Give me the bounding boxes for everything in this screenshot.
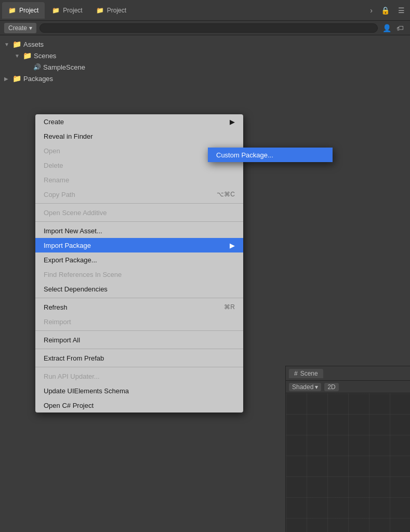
scene-tab-bar: # Scene [286, 366, 410, 381]
copy-path-shortcut: ⌥⌘C [217, 191, 235, 198]
folder-icon-3: 📁 [96, 7, 104, 14]
submenu-item-custom-package-label: Custom Package... [216, 151, 273, 159]
menu-item-create-label: Create [44, 118, 64, 126]
menu-item-import-package-arrow: ▶ [230, 242, 235, 249]
menu-item-run-api-updater: Run API Updater... [35, 369, 243, 383]
menu-item-copy-path-label: Copy Path [44, 191, 75, 198]
scene-toolbar: Shaded ▾ 2D [286, 381, 410, 393]
sample-scene-label: SampleScene [43, 63, 85, 71]
separator-4 [35, 330, 243, 331]
menu-item-reimport-all-label: Reimport All [44, 336, 80, 344]
tab-project-2[interactable]: 📁 Project [46, 2, 88, 19]
menu-item-select-dependencies-label: Select Dependencies [44, 285, 108, 293]
menu-icon[interactable]: ☰ [395, 5, 408, 16]
submenu-item-custom-package[interactable]: Custom Package... [208, 148, 333, 162]
menu-item-rename-label: Rename [44, 176, 69, 184]
separator-5 [35, 349, 243, 349]
menu-item-copy-path: Copy Path ⌥⌘C [35, 187, 243, 202]
menu-item-open-scene-additive: Open Scene Additive [35, 205, 243, 220]
menu-item-export-package-label: Export Package... [44, 256, 97, 264]
menu-item-extract-from-prefab[interactable]: Extract From Prefab [35, 351, 243, 365]
menu-item-update-ui-elements-label: Update UIElements Schema [44, 387, 129, 395]
menu-item-find-references: Find References In Scene [35, 267, 243, 282]
tree-item-scenes[interactable]: ▼ 📁 Scenes [0, 50, 410, 61]
twod-label: 2D [327, 383, 335, 391]
scene-viewport [286, 393, 410, 532]
folder-icon-packages: 📁 [12, 74, 21, 83]
scene-icon: 🔊 [33, 63, 41, 71]
refresh-shortcut: ⌘R [224, 303, 235, 311]
scene-panel: # Scene Shaded ▾ 2D [285, 366, 410, 532]
tab-project-1[interactable]: 📁 Project [2, 2, 45, 19]
tab-label-1: Project [19, 7, 38, 14]
menu-item-extract-from-prefab-label: Extract From Prefab [44, 354, 104, 362]
menu-item-create-arrow: ▶ [230, 118, 235, 126]
menu-item-reveal-label: Reveal in Finder [44, 132, 93, 140]
separator-2 [35, 221, 243, 222]
tab-bar: 📁 Project 📁 Project 📁 Project › 🔒 ☰ [0, 0, 410, 21]
tree-item-packages[interactable]: ▶ 📁 Packages [0, 73, 410, 84]
scene-tab-label: Scene [300, 370, 318, 377]
menu-item-delete-label: Delete [44, 162, 63, 169]
menu-item-select-dependencies[interactable]: Select Dependencies [35, 282, 243, 296]
menu-item-open-scene-label: Open Scene Additive [44, 209, 107, 217]
menu-item-reimport-label: Reimport [44, 318, 71, 326]
menu-item-update-ui-elements[interactable]: Update UIElements Schema [35, 383, 243, 398]
tree-item-assets[interactable]: ▼ 📁 Assets [0, 38, 410, 50]
menu-item-find-references-label: Find References In Scene [44, 271, 122, 278]
menu-item-reimport: Reimport [35, 314, 243, 329]
menu-item-refresh[interactable]: Refresh ⌘R [35, 300, 243, 314]
folder-icon-2: 📁 [52, 7, 60, 14]
search-input[interactable] [39, 23, 378, 33]
create-label: Create [8, 24, 27, 32]
lock-icon[interactable]: 🔒 [378, 5, 393, 16]
menu-item-reimport-all[interactable]: Reimport All [35, 332, 243, 347]
tab-project-3[interactable]: 📁 Project [90, 2, 133, 19]
menu-item-import-package[interactable]: Import Package ▶ [35, 238, 243, 252]
menu-item-create[interactable]: Create ▶ [35, 114, 243, 129]
menu-item-run-api-updater-label: Run API Updater... [44, 373, 100, 380]
tag-icon[interactable]: 🏷 [394, 22, 406, 34]
menu-item-import-package-label: Import Package [44, 242, 91, 249]
tab-overflow-button[interactable]: › [367, 5, 376, 16]
tab-label-2: Project [63, 7, 82, 14]
file-tree: ▼ 📁 Assets ▼ 📁 Scenes 🔊 SampleScene ▶ 📁 … [0, 35, 410, 87]
assets-label: Assets [23, 41, 44, 48]
arrow-icon-scenes: ▼ [15, 53, 21, 59]
project-toolbar: Create ▾ 👤 🏷 [0, 21, 410, 35]
menu-item-rename: Rename [35, 172, 243, 187]
arrow-icon-packages: ▶ [4, 76, 10, 82]
separator-1 [35, 203, 243, 204]
folder-icon-assets: 📁 [12, 40, 21, 48]
scene-tab-icon: # [294, 370, 298, 377]
packages-label: Packages [23, 75, 53, 83]
tab-more: › 🔒 ☰ [367, 5, 408, 16]
twod-button[interactable]: 2D [324, 383, 338, 391]
shaded-arrow-icon: ▾ [315, 383, 318, 391]
create-arrow-icon: ▾ [29, 24, 32, 32]
menu-item-refresh-label: Refresh [44, 303, 68, 311]
shaded-label: Shaded [292, 383, 313, 391]
menu-item-reveal[interactable]: Reveal in Finder [35, 129, 243, 143]
folder-icon-1: 📁 [8, 7, 16, 14]
shaded-dropdown[interactable]: Shaded ▾ [289, 383, 321, 391]
scenes-label: Scenes [34, 52, 56, 60]
account-icon[interactable]: 👤 [381, 22, 392, 34]
separator-6 [35, 367, 243, 367]
toolbar-icons: 👤 🏷 [381, 22, 406, 34]
menu-item-open-csharp-label: Open C# Project [44, 402, 94, 409]
create-button[interactable]: Create ▾ [4, 23, 36, 33]
menu-item-open-csharp[interactable]: Open C# Project [35, 398, 243, 413]
menu-item-import-new-asset-label: Import New Asset... [44, 227, 102, 235]
arrow-icon-assets: ▼ [4, 42, 10, 47]
menu-item-open-label: Open [44, 147, 60, 155]
submenu-import-package: Custom Package... [208, 148, 333, 162]
tree-item-sample-scene[interactable]: 🔊 SampleScene [0, 61, 410, 73]
tab-label-3: Project [107, 7, 126, 14]
menu-item-export-package[interactable]: Export Package... [35, 252, 243, 267]
scene-tab[interactable]: # Scene [289, 369, 323, 378]
folder-icon-scenes: 📁 [23, 51, 32, 60]
separator-3 [35, 298, 243, 298]
menu-item-import-new-asset[interactable]: Import New Asset... [35, 223, 243, 238]
